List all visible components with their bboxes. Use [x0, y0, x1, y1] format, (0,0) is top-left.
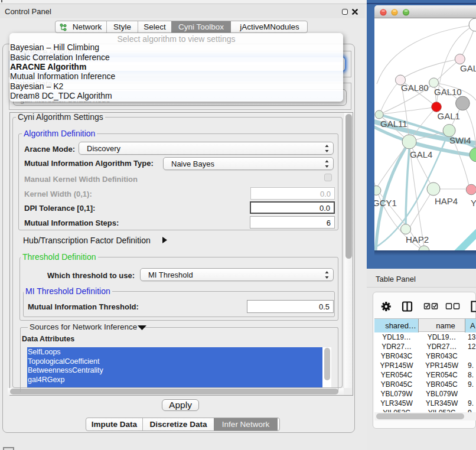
svg-text:GAL1: GAL1 — [438, 111, 460, 121]
svg-text:GCY1: GCY1 — [374, 198, 397, 208]
svg-text:GAL10: GAL10 — [434, 87, 462, 97]
svg-text:HAP2: HAP2 — [406, 234, 429, 244]
svg-text:GAL11: GAL11 — [380, 119, 407, 129]
svg-text:HAP4: HAP4 — [435, 196, 458, 206]
svg-text:GAL80: GAL80 — [401, 83, 429, 93]
svg-text:Y: Y — [471, 198, 476, 208]
svg-text:GAL4: GAL4 — [410, 149, 432, 159]
svg-text:GAL7: GAL7 — [460, 63, 476, 73]
svg-text:SWI4: SWI4 — [449, 135, 471, 145]
